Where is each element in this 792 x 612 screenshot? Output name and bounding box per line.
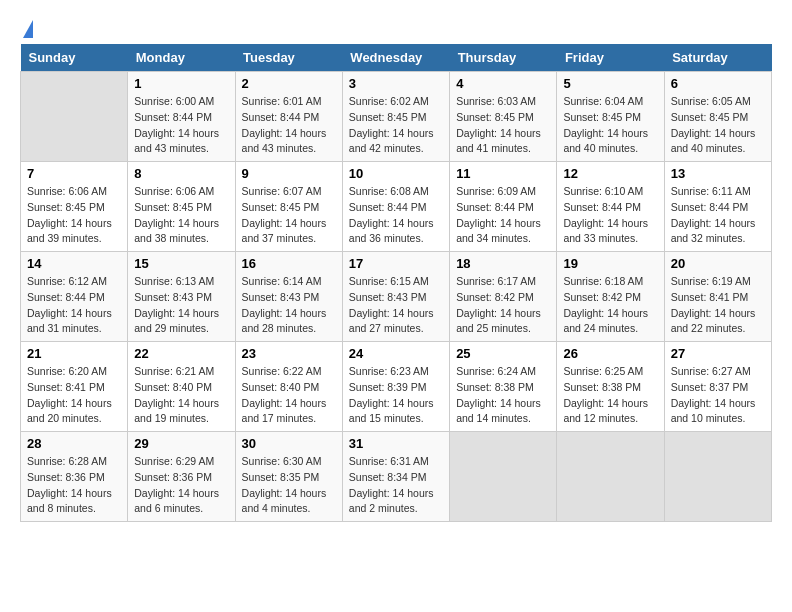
calendar-cell: 26Sunrise: 6:25 AMSunset: 8:38 PMDayligh… <box>557 342 664 432</box>
calendar-week-3: 14Sunrise: 6:12 AMSunset: 8:44 PMDayligh… <box>21 252 772 342</box>
day-number: 31 <box>349 436 443 451</box>
day-number: 26 <box>563 346 657 361</box>
day-number: 27 <box>671 346 765 361</box>
day-info: Sunrise: 6:10 AMSunset: 8:44 PMDaylight:… <box>563 184 657 247</box>
calendar-cell: 14Sunrise: 6:12 AMSunset: 8:44 PMDayligh… <box>21 252 128 342</box>
calendar-cell: 30Sunrise: 6:30 AMSunset: 8:35 PMDayligh… <box>235 432 342 522</box>
day-info: Sunrise: 6:19 AMSunset: 8:41 PMDaylight:… <box>671 274 765 337</box>
day-number: 9 <box>242 166 336 181</box>
day-info: Sunrise: 6:25 AMSunset: 8:38 PMDaylight:… <box>563 364 657 427</box>
calendar-cell: 20Sunrise: 6:19 AMSunset: 8:41 PMDayligh… <box>664 252 771 342</box>
calendar-cell <box>21 72 128 162</box>
day-number: 28 <box>27 436 121 451</box>
day-info: Sunrise: 6:09 AMSunset: 8:44 PMDaylight:… <box>456 184 550 247</box>
calendar-cell: 18Sunrise: 6:17 AMSunset: 8:42 PMDayligh… <box>450 252 557 342</box>
header-cell-monday: Monday <box>128 44 235 72</box>
header-row: SundayMondayTuesdayWednesdayThursdayFrid… <box>21 44 772 72</box>
logo-triangle-icon <box>23 20 33 38</box>
calendar-cell: 16Sunrise: 6:14 AMSunset: 8:43 PMDayligh… <box>235 252 342 342</box>
day-info: Sunrise: 6:29 AMSunset: 8:36 PMDaylight:… <box>134 454 228 517</box>
logo <box>20 20 33 34</box>
day-info: Sunrise: 6:12 AMSunset: 8:44 PMDaylight:… <box>27 274 121 337</box>
day-number: 29 <box>134 436 228 451</box>
day-info: Sunrise: 6:20 AMSunset: 8:41 PMDaylight:… <box>27 364 121 427</box>
calendar-cell: 3Sunrise: 6:02 AMSunset: 8:45 PMDaylight… <box>342 72 449 162</box>
day-info: Sunrise: 6:11 AMSunset: 8:44 PMDaylight:… <box>671 184 765 247</box>
day-info: Sunrise: 6:23 AMSunset: 8:39 PMDaylight:… <box>349 364 443 427</box>
calendar-cell: 12Sunrise: 6:10 AMSunset: 8:44 PMDayligh… <box>557 162 664 252</box>
header-cell-saturday: Saturday <box>664 44 771 72</box>
day-info: Sunrise: 6:31 AMSunset: 8:34 PMDaylight:… <box>349 454 443 517</box>
day-info: Sunrise: 6:00 AMSunset: 8:44 PMDaylight:… <box>134 94 228 157</box>
day-number: 19 <box>563 256 657 271</box>
calendar-cell: 21Sunrise: 6:20 AMSunset: 8:41 PMDayligh… <box>21 342 128 432</box>
day-info: Sunrise: 6:30 AMSunset: 8:35 PMDaylight:… <box>242 454 336 517</box>
calendar-cell: 6Sunrise: 6:05 AMSunset: 8:45 PMDaylight… <box>664 72 771 162</box>
calendar-cell: 31Sunrise: 6:31 AMSunset: 8:34 PMDayligh… <box>342 432 449 522</box>
day-number: 14 <box>27 256 121 271</box>
day-info: Sunrise: 6:21 AMSunset: 8:40 PMDaylight:… <box>134 364 228 427</box>
calendar-cell: 11Sunrise: 6:09 AMSunset: 8:44 PMDayligh… <box>450 162 557 252</box>
calendar-week-4: 21Sunrise: 6:20 AMSunset: 8:41 PMDayligh… <box>21 342 772 432</box>
day-number: 7 <box>27 166 121 181</box>
calendar-cell: 10Sunrise: 6:08 AMSunset: 8:44 PMDayligh… <box>342 162 449 252</box>
calendar-cell: 24Sunrise: 6:23 AMSunset: 8:39 PMDayligh… <box>342 342 449 432</box>
page-header <box>20 20 772 34</box>
calendar-cell <box>664 432 771 522</box>
calendar-cell: 4Sunrise: 6:03 AMSunset: 8:45 PMDaylight… <box>450 72 557 162</box>
day-number: 24 <box>349 346 443 361</box>
day-number: 22 <box>134 346 228 361</box>
day-number: 20 <box>671 256 765 271</box>
day-number: 17 <box>349 256 443 271</box>
calendar-cell: 1Sunrise: 6:00 AMSunset: 8:44 PMDaylight… <box>128 72 235 162</box>
day-info: Sunrise: 6:01 AMSunset: 8:44 PMDaylight:… <box>242 94 336 157</box>
calendar-cell: 9Sunrise: 6:07 AMSunset: 8:45 PMDaylight… <box>235 162 342 252</box>
calendar-cell: 2Sunrise: 6:01 AMSunset: 8:44 PMDaylight… <box>235 72 342 162</box>
day-number: 1 <box>134 76 228 91</box>
day-number: 2 <box>242 76 336 91</box>
calendar-cell: 13Sunrise: 6:11 AMSunset: 8:44 PMDayligh… <box>664 162 771 252</box>
day-number: 11 <box>456 166 550 181</box>
header-cell-friday: Friday <box>557 44 664 72</box>
header-cell-thursday: Thursday <box>450 44 557 72</box>
calendar-cell: 7Sunrise: 6:06 AMSunset: 8:45 PMDaylight… <box>21 162 128 252</box>
calendar-week-2: 7Sunrise: 6:06 AMSunset: 8:45 PMDaylight… <box>21 162 772 252</box>
header-cell-tuesday: Tuesday <box>235 44 342 72</box>
calendar-table: SundayMondayTuesdayWednesdayThursdayFrid… <box>20 44 772 522</box>
day-info: Sunrise: 6:13 AMSunset: 8:43 PMDaylight:… <box>134 274 228 337</box>
day-info: Sunrise: 6:28 AMSunset: 8:36 PMDaylight:… <box>27 454 121 517</box>
day-number: 4 <box>456 76 550 91</box>
calendar-cell: 29Sunrise: 6:29 AMSunset: 8:36 PMDayligh… <box>128 432 235 522</box>
calendar-week-1: 1Sunrise: 6:00 AMSunset: 8:44 PMDaylight… <box>21 72 772 162</box>
day-number: 25 <box>456 346 550 361</box>
day-info: Sunrise: 6:06 AMSunset: 8:45 PMDaylight:… <box>27 184 121 247</box>
day-info: Sunrise: 6:06 AMSunset: 8:45 PMDaylight:… <box>134 184 228 247</box>
day-number: 8 <box>134 166 228 181</box>
day-info: Sunrise: 6:24 AMSunset: 8:38 PMDaylight:… <box>456 364 550 427</box>
calendar-cell: 23Sunrise: 6:22 AMSunset: 8:40 PMDayligh… <box>235 342 342 432</box>
day-number: 10 <box>349 166 443 181</box>
day-info: Sunrise: 6:17 AMSunset: 8:42 PMDaylight:… <box>456 274 550 337</box>
day-info: Sunrise: 6:03 AMSunset: 8:45 PMDaylight:… <box>456 94 550 157</box>
day-info: Sunrise: 6:14 AMSunset: 8:43 PMDaylight:… <box>242 274 336 337</box>
header-cell-wednesday: Wednesday <box>342 44 449 72</box>
day-info: Sunrise: 6:15 AMSunset: 8:43 PMDaylight:… <box>349 274 443 337</box>
calendar-cell: 5Sunrise: 6:04 AMSunset: 8:45 PMDaylight… <box>557 72 664 162</box>
calendar-cell: 8Sunrise: 6:06 AMSunset: 8:45 PMDaylight… <box>128 162 235 252</box>
day-info: Sunrise: 6:18 AMSunset: 8:42 PMDaylight:… <box>563 274 657 337</box>
calendar-week-5: 28Sunrise: 6:28 AMSunset: 8:36 PMDayligh… <box>21 432 772 522</box>
day-number: 18 <box>456 256 550 271</box>
day-info: Sunrise: 6:22 AMSunset: 8:40 PMDaylight:… <box>242 364 336 427</box>
day-number: 15 <box>134 256 228 271</box>
calendar-cell: 17Sunrise: 6:15 AMSunset: 8:43 PMDayligh… <box>342 252 449 342</box>
day-info: Sunrise: 6:07 AMSunset: 8:45 PMDaylight:… <box>242 184 336 247</box>
day-info: Sunrise: 6:04 AMSunset: 8:45 PMDaylight:… <box>563 94 657 157</box>
header-cell-sunday: Sunday <box>21 44 128 72</box>
day-info: Sunrise: 6:02 AMSunset: 8:45 PMDaylight:… <box>349 94 443 157</box>
day-info: Sunrise: 6:08 AMSunset: 8:44 PMDaylight:… <box>349 184 443 247</box>
day-number: 3 <box>349 76 443 91</box>
calendar-cell <box>557 432 664 522</box>
calendar-cell <box>450 432 557 522</box>
day-number: 21 <box>27 346 121 361</box>
calendar-cell: 15Sunrise: 6:13 AMSunset: 8:43 PMDayligh… <box>128 252 235 342</box>
